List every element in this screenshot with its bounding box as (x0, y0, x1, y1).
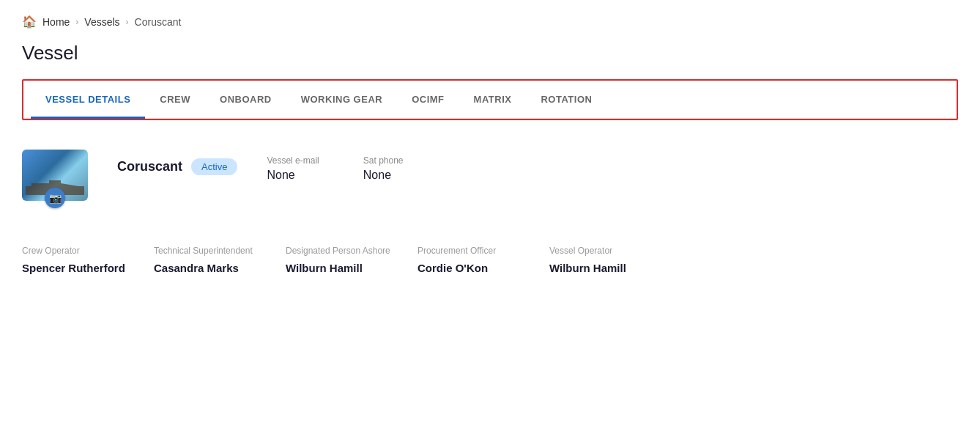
vessel-name-status-wrapper: Coruscant Active (117, 150, 237, 175)
tab-crew[interactable]: CREW (145, 81, 205, 118)
breadcrumb-home[interactable]: Home (42, 16, 70, 28)
breadcrumb-sep-1: › (75, 17, 78, 27)
status-badge: Active (191, 158, 237, 175)
vessel-sat-phone-field: Sat phone None (363, 155, 404, 182)
breadcrumb-current: Coruscant (135, 16, 182, 28)
procurement-officer-name: Cordie O'Kon (417, 260, 527, 276)
tech-superintendent-role: Technical Superintendent (154, 245, 264, 257)
tech-superintendent-name: Casandra Marks (154, 260, 264, 276)
camera-icon: 📷 (49, 192, 62, 204)
staff-item-tech-superintendent: Technical Superintendent Casandra Marks (154, 245, 286, 276)
vessel-sat-phone-label: Sat phone (363, 155, 404, 166)
vessel-email-label: Vessel e-mail (267, 155, 319, 166)
tab-working-gear[interactable]: WORKING GEAR (286, 81, 397, 118)
page-wrapper: 🏠 Home › Vessels › Coruscant Vessel VESS… (0, 0, 980, 290)
staff-item-crew-operator: Crew Operator Spencer Rutherford (22, 245, 154, 276)
tab-rotation[interactable]: ROTATION (526, 81, 606, 118)
crew-operator-name: Spencer Rutherford (22, 260, 132, 276)
tab-matrix[interactable]: MATRIX (459, 81, 527, 118)
breadcrumb-sep-2: › (126, 17, 129, 27)
tab-onboard[interactable]: ONBOARD (205, 81, 286, 118)
tab-nav-wrapper: VESSEL DETAILS CREW ONBOARD WORKING GEAR… (22, 79, 958, 120)
tab-vessel-details[interactable]: VESSEL DETAILS (31, 81, 145, 118)
vessel-sat-phone-value: None (363, 169, 404, 182)
staff-item-procurement-officer: Procurement Officer Cordie O'Kon (417, 245, 549, 276)
vessel-image-wrapper: 📷 (22, 150, 88, 201)
home-icon: 🏠 (22, 15, 37, 29)
procurement-officer-role: Procurement Officer (417, 245, 527, 257)
vessel-name-status: Coruscant Active (117, 150, 237, 175)
vessel-email-field: Vessel e-mail None (267, 155, 319, 182)
staff-section: Crew Operator Spencer Rutherford Technic… (22, 238, 958, 276)
vessel-operator-role: Vessel Operator (549, 245, 659, 257)
breadcrumb: 🏠 Home › Vessels › Coruscant (22, 15, 958, 29)
tab-ocimf[interactable]: OCIMF (397, 81, 459, 118)
staff-item-designated-person: Designated Person Ashore Wilburn Hamill (286, 245, 417, 276)
breadcrumb-vessels[interactable]: Vessels (84, 16, 119, 28)
vessel-name: Coruscant (117, 159, 182, 174)
page-title: Vessel (22, 42, 958, 65)
vessel-operator-name: Wilburn Hamill (549, 260, 659, 276)
vessel-email-value: None (267, 169, 319, 182)
tab-nav: VESSEL DETAILS CREW ONBOARD WORKING GEAR… (23, 81, 957, 119)
camera-button[interactable]: 📷 (45, 188, 65, 208)
crew-operator-role: Crew Operator (22, 245, 132, 257)
vessel-fields: Vessel e-mail None Sat phone None (267, 150, 403, 182)
staff-item-vessel-operator: Vessel Operator Wilburn Hamill (549, 245, 681, 276)
vessel-info: 📷 Coruscant Active Vessel e-mail None Sa… (22, 142, 958, 208)
designated-person-name: Wilburn Hamill (286, 260, 396, 276)
designated-person-role: Designated Person Ashore (286, 245, 396, 257)
